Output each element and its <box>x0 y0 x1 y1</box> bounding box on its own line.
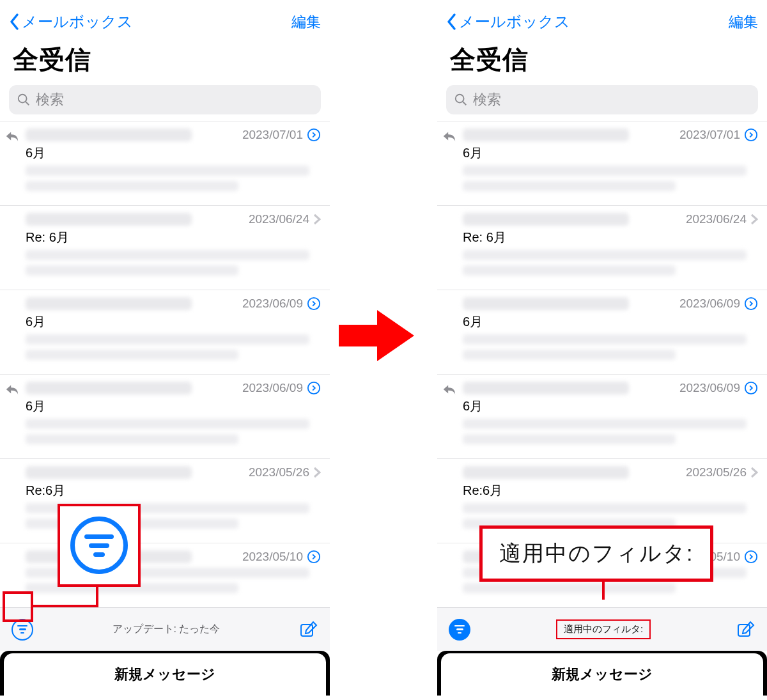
message-date: 2023/06/24 <box>249 212 309 226</box>
message-row[interactable]: 2023/06/096月 <box>437 374 767 458</box>
disclosure-button[interactable] <box>307 381 321 395</box>
toolbar: アップデート: たった今 <box>0 607 330 651</box>
sender-name <box>26 382 192 394</box>
sender-name <box>463 297 629 310</box>
search-placeholder: 検索 <box>36 90 64 109</box>
chevron-left-icon <box>9 13 20 31</box>
chevron-right-icon <box>313 214 321 225</box>
nav-bar: メールボックス 編集 <box>437 0 767 38</box>
message-subject: 6月 <box>26 398 321 415</box>
screen-before: メールボックス 編集 全受信 検索 2023/07/016月2023/06/24… <box>0 0 330 696</box>
message-row[interactable]: 2023/07/016月 <box>437 121 767 205</box>
back-button[interactable]: メールボックス <box>446 12 570 32</box>
svg-line-8 <box>463 102 467 105</box>
reply-icon <box>5 129 19 143</box>
message-preview <box>463 419 758 444</box>
message-row[interactable]: 2023/05/10 <box>0 543 330 607</box>
svg-point-0 <box>19 95 27 103</box>
disclosure-button[interactable] <box>744 297 758 311</box>
filter-icon <box>454 625 465 634</box>
svg-line-1 <box>26 102 29 105</box>
sender-name <box>26 213 192 226</box>
chevron-left-icon <box>446 13 458 31</box>
disclosure-button[interactable] <box>307 297 321 311</box>
svg-point-10 <box>745 298 757 309</box>
disclosure-button[interactable] <box>307 128 321 142</box>
filter-button[interactable] <box>449 619 470 641</box>
disclosure-button[interactable] <box>744 381 758 395</box>
search-input[interactable]: 検索 <box>9 85 321 114</box>
search-icon <box>454 93 468 107</box>
message-subject: Re: 6月 <box>26 229 321 246</box>
sender-name <box>26 128 192 141</box>
message-preview <box>463 334 758 360</box>
message-preview <box>26 250 321 276</box>
disclosure-button[interactable] <box>744 550 758 564</box>
edit-button[interactable]: 編集 <box>729 12 758 32</box>
new-message-sheet[interactable]: 新規メッセージ <box>0 651 330 696</box>
message-preview <box>463 503 758 529</box>
new-message-sheet[interactable]: 新規メッセージ <box>437 651 767 696</box>
edit-button[interactable]: 編集 <box>291 12 321 32</box>
message-preview <box>463 250 758 276</box>
sender-name <box>26 297 192 310</box>
search-input[interactable]: 検索 <box>446 85 758 114</box>
disclosure-button[interactable] <box>744 128 758 142</box>
svg-point-11 <box>745 382 757 394</box>
sender-name <box>463 213 629 226</box>
toolbar-status[interactable]: 適用中のフィルタ: <box>556 619 651 639</box>
svg-point-9 <box>745 129 757 141</box>
message-date: 2023/05/26 <box>249 465 309 479</box>
svg-point-5 <box>308 551 320 563</box>
message-date: 2023/06/09 <box>242 297 303 311</box>
arrow-right-icon <box>339 307 415 364</box>
sender-name <box>463 466 629 479</box>
message-subject: 6月 <box>463 313 758 331</box>
message-date: 2023/07/01 <box>679 128 740 142</box>
sender-name <box>26 466 192 479</box>
highlight-connector <box>33 605 98 607</box>
compose-button[interactable] <box>736 620 755 639</box>
message-subject: 6月 <box>26 313 321 331</box>
svg-point-12 <box>745 551 757 563</box>
filter-icon <box>17 625 27 634</box>
toolbar-status: アップデート: たった今 <box>112 623 221 636</box>
toolbar: 適用中のフィルタ: <box>437 607 767 651</box>
page-title: 全受信 <box>437 38 767 85</box>
message-subject: Re:6月 <box>463 482 758 499</box>
message-subject: 6月 <box>463 144 758 162</box>
message-date: 2023/06/24 <box>686 212 747 226</box>
message-row[interactable]: 2023/06/24Re: 6月 <box>437 205 767 290</box>
message-preview <box>26 166 321 191</box>
message-row[interactable]: 2023/06/096月 <box>0 374 330 458</box>
highlight-box-filter-button <box>3 591 33 622</box>
message-row[interactable]: 2023/06/096月 <box>0 290 330 374</box>
page-title: 全受信 <box>0 38 330 85</box>
svg-point-2 <box>308 129 320 141</box>
search-icon <box>17 93 31 107</box>
message-row[interactable]: 2023/07/016月 <box>0 121 330 205</box>
message-row[interactable]: 2023/06/24Re: 6月 <box>0 205 330 290</box>
compose-button[interactable] <box>299 620 318 639</box>
message-row[interactable]: 2023/05/26Re:6月 <box>0 458 330 543</box>
nav-bar: メールボックス 編集 <box>0 0 330 38</box>
sender-name <box>463 382 629 394</box>
sheet-title: 新規メッセージ <box>4 653 326 696</box>
screen-after: メールボックス 編集 全受信 検索 2023/07/016月2023/06/24… <box>437 0 767 696</box>
message-preview <box>26 334 321 360</box>
message-row[interactable]: 2023/06/096月 <box>437 290 767 374</box>
chevron-right-icon <box>750 214 758 225</box>
message-list-left[interactable]: 2023/07/016月2023/06/24Re: 6月2023/06/096月… <box>0 117 330 607</box>
message-date: 2023/06/09 <box>679 381 740 395</box>
message-date: 2023/06/09 <box>242 381 303 395</box>
svg-point-7 <box>456 95 464 103</box>
message-subject: 6月 <box>463 398 758 415</box>
sender-name <box>463 128 629 141</box>
reply-icon <box>442 129 456 143</box>
back-label: メールボックス <box>22 12 133 32</box>
back-button[interactable]: メールボックス <box>9 12 133 32</box>
highlight-connector <box>96 587 98 606</box>
svg-point-3 <box>308 298 320 309</box>
disclosure-button[interactable] <box>307 550 321 564</box>
reply-icon <box>442 382 456 396</box>
